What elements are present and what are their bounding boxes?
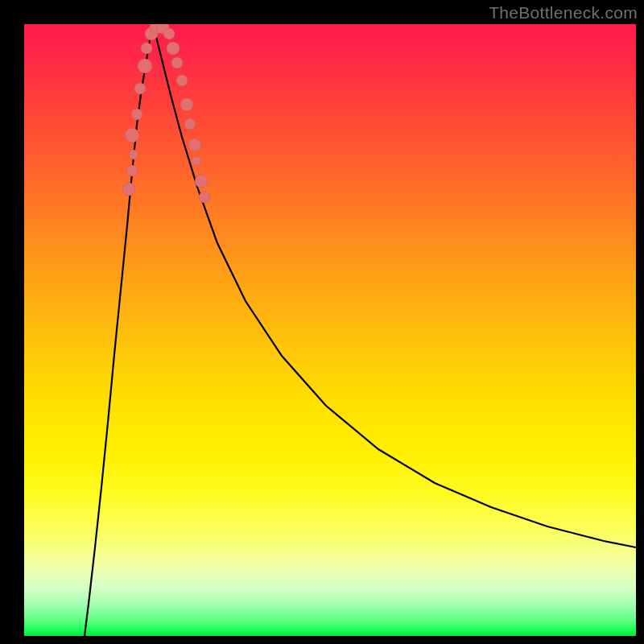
data-dot [180,98,193,111]
chart-frame: TheBottleneck.com [0,0,644,644]
plot-area [24,24,636,636]
data-dot [122,183,135,196]
data-dot [131,109,142,120]
data-dot [192,156,201,166]
data-dot [167,42,180,55]
curve-right [153,26,636,547]
watermark-text: TheBottleneck.com [489,3,638,23]
data-dot [176,75,188,86]
data-dot [126,165,138,176]
data-dot [171,57,183,68]
data-dot [129,150,138,159]
data-dot [163,28,175,39]
data-dot [141,43,152,54]
curve-left [85,26,153,636]
data-dot [188,138,201,151]
data-dot [199,192,210,203]
curve-layer [24,24,636,636]
data-dots [122,24,210,203]
data-dot [138,59,152,73]
data-dot [134,83,146,94]
data-dot [195,175,208,188]
data-dot [184,118,196,130]
data-dot [125,128,139,142]
